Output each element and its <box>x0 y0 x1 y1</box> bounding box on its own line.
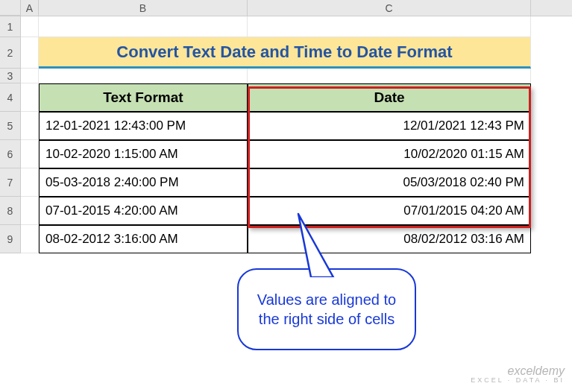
spreadsheet-grid: A B C 1 2 Convert Text Date and Time to … <box>0 0 572 392</box>
cell-C7[interactable]: 05/03/2018 02:40 PM <box>248 168 531 197</box>
cell-B8[interactable]: 07-01-2015 4:20:00 AM <box>39 197 248 225</box>
cell-C3[interactable] <box>248 69 531 83</box>
cell-C1[interactable] <box>248 16 531 37</box>
cell-B5[interactable]: 12-01-2021 12:43:00 PM <box>39 112 248 140</box>
cell-A6[interactable] <box>21 140 39 168</box>
table-header-date[interactable]: Date <box>248 83 531 112</box>
column-header-A[interactable]: A <box>21 0 39 16</box>
watermark-brand: exceldemy <box>471 364 565 378</box>
cell-A5[interactable] <box>21 112 39 140</box>
cell-B7[interactable]: 05-03-2018 2:40:00 PM <box>39 168 248 197</box>
row-header-4[interactable]: 4 <box>0 83 21 112</box>
cell-C5[interactable]: 12/01/2021 12:43 PM <box>248 112 531 140</box>
cell-A7[interactable] <box>21 168 39 197</box>
column-headers: A B C <box>0 0 572 16</box>
watermark: exceldemy EXCEL · DATA · BI <box>471 364 565 385</box>
column-header-B[interactable]: B <box>39 0 248 16</box>
callout: Values are aligned to the right side of … <box>237 268 416 350</box>
select-all-corner[interactable] <box>0 0 21 16</box>
cell-C6[interactable]: 10/02/2020 01:15 AM <box>248 140 531 168</box>
row-header-2[interactable]: 2 <box>0 37 21 69</box>
column-header-C[interactable]: C <box>248 0 531 16</box>
cell-A3[interactable] <box>21 69 39 83</box>
row-header-1[interactable]: 1 <box>0 16 21 37</box>
cell-B3[interactable] <box>39 69 248 83</box>
callout-bubble: Values are aligned to the right side of … <box>237 268 416 350</box>
row-header-5[interactable]: 5 <box>0 112 21 140</box>
row-header-8[interactable]: 8 <box>0 197 21 225</box>
cell-A1[interactable] <box>21 16 39 37</box>
cell-A4[interactable] <box>21 83 39 112</box>
cell-B9[interactable]: 08-02-2012 3:16:00 AM <box>39 225 248 253</box>
table-header-text-format[interactable]: Text Format <box>39 83 248 112</box>
cell-A9[interactable] <box>21 225 39 253</box>
callout-text: Values are aligned to the right side of … <box>252 290 401 329</box>
row-header-9[interactable]: 9 <box>0 225 21 253</box>
title-cell[interactable]: Convert Text Date and Time to Date Forma… <box>39 37 531 69</box>
row-header-6[interactable]: 6 <box>0 140 21 168</box>
cell-B1[interactable] <box>39 16 248 37</box>
cell-A8[interactable] <box>21 197 39 225</box>
watermark-tagline: EXCEL · DATA · BI <box>471 377 565 385</box>
cell-A2[interactable] <box>21 37 39 69</box>
cell-B6[interactable]: 10-02-2020 1:15:00 AM <box>39 140 248 168</box>
cell-C9[interactable]: 08/02/2012 03:16 AM <box>248 225 531 253</box>
row-header-7[interactable]: 7 <box>0 168 21 197</box>
row-header-3[interactable]: 3 <box>0 69 21 83</box>
cell-C8[interactable]: 07/01/2015 04:20 AM <box>248 197 531 225</box>
